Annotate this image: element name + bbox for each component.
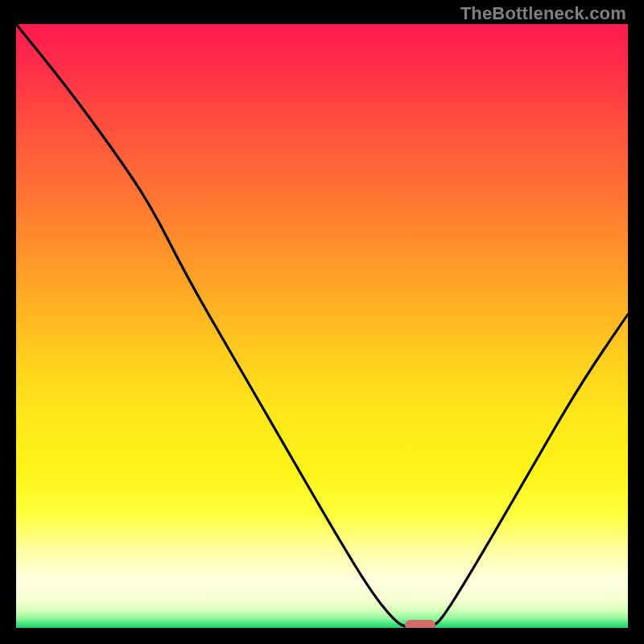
outer-black-frame: TheBottleneck.com <box>0 0 644 644</box>
plot-area <box>16 24 628 628</box>
watermark-text: TheBottleneck.com <box>460 3 626 24</box>
bottleneck-curve <box>16 24 628 628</box>
optimal-point-marker <box>405 620 436 629</box>
